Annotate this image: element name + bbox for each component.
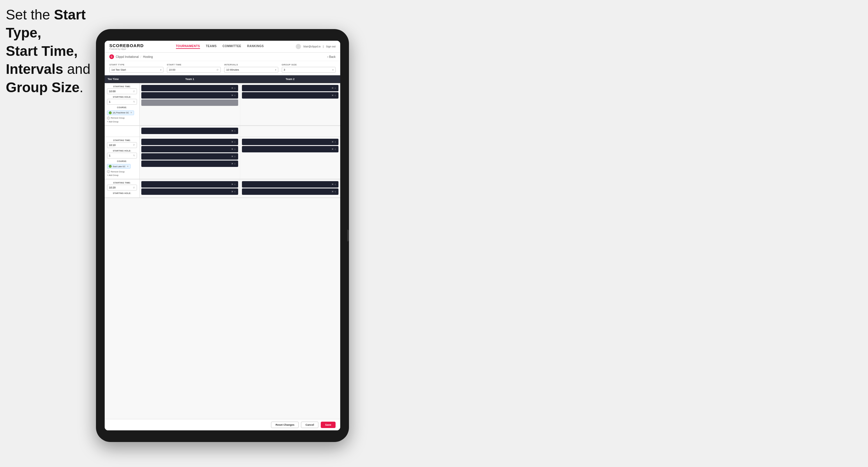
start-time-clock-icon: ⏱ bbox=[216, 69, 219, 71]
annotation-line4: Group Size bbox=[6, 80, 80, 95]
group1b-team2-col bbox=[240, 126, 341, 137]
group1-time-value: 10:00 bbox=[109, 90, 116, 93]
group2-team1-player3: ✕ ○ bbox=[141, 153, 238, 160]
remove-player-button[interactable]: ✕ ○ bbox=[332, 190, 336, 193]
group2-time-value: 10:10 bbox=[109, 144, 116, 147]
intervals-label: Intervals bbox=[224, 63, 278, 66]
remove-player-button[interactable]: ✕ ○ bbox=[231, 162, 236, 165]
intervals-field: Intervals 10 Minutes ▾ bbox=[224, 63, 278, 73]
group2-team1-player4: ✕ ○ bbox=[141, 160, 238, 167]
remove-player-button[interactable]: ✕ ○ bbox=[332, 87, 336, 90]
reset-changes-button[interactable]: Reset Changes bbox=[271, 422, 299, 428]
annotation-and: and bbox=[63, 61, 90, 77]
user-area: blair@clippd.io | Sign out bbox=[296, 44, 336, 49]
group1-course-label: COURSE: bbox=[107, 106, 137, 108]
group1b-player1: ✕ ○ bbox=[141, 128, 238, 134]
start-type-select[interactable]: 1st Tee Start ▾ bbox=[109, 67, 163, 73]
group1-course-tag: ⛳ (A) Peachtree GC ✕ bbox=[107, 111, 134, 115]
group1-team2-col: ✕ ○ ✕ ○ bbox=[240, 83, 341, 125]
remove-player-button[interactable]: ✕ ○ bbox=[231, 87, 236, 90]
remove-group-2-label: Remove Group bbox=[111, 171, 124, 173]
group2-hole-spinner: ⇅ bbox=[133, 154, 135, 157]
group-size-select[interactable]: 3 ▾ bbox=[282, 67, 336, 73]
start-type-field: Start Type 1st Tee Start ▾ bbox=[109, 63, 163, 73]
group2-time-input[interactable]: 10:10 ⏱ bbox=[107, 142, 137, 148]
breadcrumb-bar: C Clippd Invitational / Hosting ‹ Back bbox=[105, 53, 340, 61]
group2-course-tag: ⛳ East Lake GC ✕ bbox=[107, 164, 130, 169]
group1-hole-spinner: ⇅ bbox=[133, 101, 135, 103]
group1-time-input[interactable]: 10:00 ⏱ bbox=[107, 88, 137, 94]
group1-team2-player2: ✕ ○ bbox=[242, 92, 339, 99]
breadcrumb-separator: / bbox=[141, 55, 141, 58]
remove-group-1-label: Remove Group bbox=[111, 117, 124, 119]
add-group-1-button[interactable]: + Add Group bbox=[107, 120, 137, 123]
settings-row: Start Type 1st Tee Start ▾ Start Time 10… bbox=[105, 61, 340, 75]
sign-out-link[interactable]: Sign out bbox=[326, 45, 336, 48]
add-group-2-button[interactable]: + Add Group bbox=[107, 174, 137, 177]
group1-time-clock: ⏱ bbox=[133, 90, 135, 92]
group-3-right: ✕ ○ ✕ ○ ✕ ○ ✕ bbox=[140, 179, 340, 197]
nav-teams[interactable]: TEAMS bbox=[206, 44, 217, 49]
nav-rankings[interactable]: RANKINGS bbox=[247, 44, 264, 49]
nav-committee[interactable]: COMMITTEE bbox=[222, 44, 241, 49]
group2-team1-player1: ✕ ○ bbox=[141, 139, 238, 145]
start-type-value: 1st Tee Start bbox=[112, 68, 126, 71]
remove-group-2-button[interactable]: ○ Remove Group bbox=[107, 170, 137, 173]
intervals-select[interactable]: 10 Minutes ▾ bbox=[224, 67, 278, 73]
group-size-field: Group Size 3 ▾ bbox=[282, 63, 336, 73]
group2-team1-col: ✕ ○ ✕ ○ ✕ ○ ✕ ○ bbox=[140, 137, 240, 179]
group-1-left: STARTING TIME: 10:00 ⏱ STARTING HOLE: 1 … bbox=[105, 83, 140, 125]
remove-course-1-button[interactable]: ✕ bbox=[130, 112, 132, 114]
group3-team1-player1: ✕ ○ bbox=[141, 181, 238, 188]
back-button[interactable]: ‹ Back bbox=[328, 55, 336, 58]
remove-player-button[interactable]: ✕ ○ bbox=[231, 148, 236, 151]
nav-tournaments[interactable]: TOURNAMENTS bbox=[176, 44, 200, 49]
remove-icon: ○ bbox=[107, 117, 110, 120]
col-team1: Team 1 bbox=[140, 75, 240, 83]
remove-player-button[interactable]: ✕ ○ bbox=[332, 183, 336, 186]
remove-player-button[interactable]: ✕ ○ bbox=[231, 190, 236, 193]
annotation-period: . bbox=[80, 80, 83, 95]
tablet-side-button bbox=[347, 230, 349, 241]
group3-time-clock: ⏱ bbox=[133, 187, 135, 189]
annotation-block: Set the Start Type, Start Time, Interval… bbox=[6, 6, 96, 97]
remove-player-button[interactable]: ✕ ○ bbox=[332, 141, 336, 143]
group1-team1-player3 bbox=[141, 99, 238, 106]
nav-links: TOURNAMENTS TEAMS COMMITTEE RANKINGS bbox=[176, 44, 264, 49]
remove-player-button[interactable]: ✕ ○ bbox=[332, 148, 336, 151]
remove-player-button[interactable]: ✕ ○ bbox=[231, 183, 236, 186]
remove-player-button[interactable]: ✕ ○ bbox=[231, 129, 236, 132]
group-3: STARTING TIME: 10:20 ⏱ STARTING HOLE: ✕ … bbox=[105, 179, 340, 198]
remove-player-button[interactable]: ✕ ○ bbox=[231, 155, 236, 158]
start-time-input[interactable]: 10:00 ⏱ bbox=[167, 67, 221, 73]
group3-team1-col: ✕ ○ ✕ ○ bbox=[140, 179, 240, 197]
cancel-button[interactable]: Cancel bbox=[301, 422, 318, 428]
breadcrumb-left: C Clippd Invitational / Hosting bbox=[109, 54, 153, 59]
golf-course-icon-2: ⛳ bbox=[109, 165, 112, 168]
remove-player-button[interactable]: ✕ ○ bbox=[231, 141, 236, 143]
remove-icon-2: ○ bbox=[107, 170, 110, 173]
tablet-frame: SCOREBOARD Powered by clippd TOURNAMENTS… bbox=[96, 29, 349, 442]
start-time-value: 10:00 bbox=[169, 68, 176, 71]
group1-hole-input[interactable]: 1 ⇅ bbox=[107, 99, 137, 105]
group1-team1-player2: ✕ ○ bbox=[141, 92, 238, 99]
footer-bar: Reset Changes Cancel Save bbox=[105, 419, 340, 430]
group2-hole-input[interactable]: 1 ⇅ bbox=[107, 153, 137, 158]
group3-team2-col: ✕ ○ ✕ ○ bbox=[240, 179, 341, 197]
group2-team2-col: ✕ ○ ✕ ○ bbox=[240, 137, 341, 179]
save-button[interactable]: Save bbox=[321, 422, 336, 428]
main-content: Tee Time Team 1 Team 2 STARTING TIME: 10… bbox=[105, 75, 340, 419]
start-type-label: Start Type bbox=[109, 63, 163, 66]
remove-player-button[interactable]: ✕ ○ bbox=[332, 94, 336, 97]
remove-group-1-button[interactable]: ○ Remove Group bbox=[107, 116, 137, 120]
remove-course-2-button[interactable]: ✕ bbox=[127, 165, 129, 168]
group2-team1-player2: ✕ ○ bbox=[141, 146, 238, 152]
powered-by-text: Powered by clippd bbox=[109, 48, 144, 50]
remove-player-button[interactable]: ✕ ○ bbox=[231, 94, 236, 97]
group2-actions: ○ Remove Group + Add Group bbox=[107, 170, 137, 177]
annotation-line3: Intervals bbox=[6, 61, 63, 77]
group2-team2-player2: ✕ ○ bbox=[242, 146, 339, 152]
group3-time-input[interactable]: 10:20 ⏱ bbox=[107, 185, 137, 190]
navbar: SCOREBOARD Powered by clippd TOURNAMENTS… bbox=[105, 41, 340, 53]
group2-course-label: COURSE: bbox=[107, 160, 137, 162]
